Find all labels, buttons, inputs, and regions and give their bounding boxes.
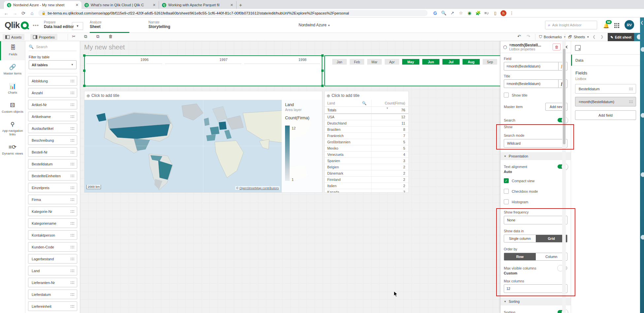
row-option[interactable]: Row	[504, 253, 536, 260]
data-field-item-selected[interactable]: =month(Bestelldatum)	[575, 97, 636, 106]
nav-analyze[interactable]: Analyze Sheet	[90, 19, 129, 33]
drag-handle-icon[interactable]	[629, 100, 633, 103]
rail-item-charts[interactable]: 📊 Charts	[0, 79, 25, 99]
selections-filter-icon[interactable]	[575, 45, 581, 51]
field-list-item[interactable]: Firma	[28, 195, 77, 204]
table-row[interactable]: Brasilien 8	[325, 127, 408, 133]
paste-icon[interactable]: ⧉	[96, 34, 99, 39]
histogram-checkbox[interactable]	[504, 199, 509, 204]
sheet-title[interactable]: My new sheet	[84, 43, 125, 51]
month-value[interactable]: May	[402, 59, 419, 65]
field-list-item[interactable]: Einzelpreis	[28, 183, 77, 192]
browser-menu-icon[interactable]: ⋮	[507, 11, 516, 15]
next-sheet-icon[interactable]: ❯	[600, 35, 603, 39]
rail-item-custom-objects[interactable]: ⚄ Custom objects	[0, 99, 25, 118]
resize-handle[interactable]	[321, 54, 324, 57]
side-panel-icon[interactable]: ▯	[491, 11, 499, 15]
new-tab-button[interactable]: ＋	[237, 1, 244, 9]
attribution-link[interactable]: OpenStreetMap contributors	[240, 186, 279, 190]
drag-handle-icon[interactable]	[70, 245, 75, 249]
more-dots-icon[interactable]: •••	[33, 22, 39, 28]
drag-handle-icon[interactable]	[70, 186, 75, 189]
table-row[interactable]: Italien 2	[325, 183, 408, 189]
extension-icon[interactable]: ◉	[465, 11, 474, 15]
field-list-item[interactable]: Abbildung	[28, 76, 77, 86]
field-list-item[interactable]: Anzahl	[28, 88, 77, 98]
drag-handle-icon[interactable]	[70, 162, 75, 166]
map-title-placeholder[interactable]: ⊕ Click to add title	[84, 91, 322, 100]
max-columns-input[interactable]: 12	[504, 284, 567, 293]
drag-handle-icon[interactable]	[629, 87, 633, 91]
nav-narrate[interactable]: Narrate Storytelling	[148, 19, 170, 33]
table-row[interactable]: Spanien 3	[325, 158, 408, 164]
add-field-button[interactable]: Add field	[575, 110, 636, 120]
data-field-item[interactable]: Bestelldatum	[575, 84, 636, 94]
search-mode-dropdown[interactable]: Wildcard ▼	[504, 139, 567, 148]
undo-icon[interactable]: ↶	[517, 34, 521, 39]
reload-icon[interactable]: ⟳	[19, 11, 28, 16]
table-row[interactable]: Belgien 2	[325, 164, 408, 170]
field-list-item[interactable]: Lagerbestand	[28, 254, 77, 264]
delete-icon[interactable]: 🗑	[109, 34, 113, 39]
field-list-item[interactable]: Bestell-Nr	[28, 147, 77, 157]
sheet-canvas[interactable]: My new sheet 1996 1997 1998	[80, 41, 500, 313]
redo-icon[interactable]: ↷	[527, 34, 530, 39]
field-list-item[interactable]: Lieferdatum	[28, 290, 77, 299]
tab-close-icon[interactable]: ✕	[153, 3, 156, 7]
field-list-item[interactable]: Kategoriename	[28, 218, 77, 228]
table-row[interactable]: Dänemark 2	[325, 170, 408, 177]
year-value[interactable]: 1998	[244, 58, 320, 64]
drag-handle-icon[interactable]	[70, 305, 75, 308]
sheets-button[interactable]: 🗗 Sheets ▼	[568, 35, 589, 39]
forward-icon[interactable]: →	[11, 11, 19, 16]
resize-handle[interactable]	[321, 85, 324, 87]
table-title-placeholder[interactable]: ⊕ Click to add title	[325, 91, 408, 100]
cut-icon[interactable]: ✂	[72, 34, 76, 39]
data-tab[interactable]: Data	[571, 55, 640, 66]
checkbox-mode-checkbox[interactable]	[504, 189, 509, 194]
drag-handle-icon[interactable]	[70, 103, 75, 106]
table-header-measure[interactable]: Count(Firma)	[371, 101, 408, 105]
browser-profile-avatar[interactable]: h	[500, 10, 506, 16]
share-icon[interactable]: ↗	[448, 11, 457, 15]
resize-handle[interactable]	[83, 85, 85, 87]
copy-icon[interactable]: ⧉	[84, 34, 87, 39]
drag-handle-icon[interactable]	[70, 269, 75, 272]
month-listbox[interactable]: Jan Feb Mar Apr May	[324, 55, 500, 86]
insight-advisor-search[interactable]: ⌕ Ask Insight Advisor	[545, 21, 597, 29]
rail-item-dynamic-views[interactable]: ≡⟳ Dynamic views	[0, 140, 25, 159]
table-row[interactable]: Deutschland 11	[325, 120, 408, 127]
drag-handle-icon[interactable]	[70, 281, 75, 284]
drag-handle-icon[interactable]	[70, 139, 75, 142]
browser-tab-1[interactable]: Q Nordwind Azure - My new sheet ✕	[4, 1, 81, 9]
home-icon[interactable]: ⌂	[28, 11, 36, 16]
resize-handle[interactable]	[83, 54, 85, 57]
field-list-item[interactable]: Kontaktperson	[28, 230, 77, 240]
drag-handle-icon[interactable]	[70, 115, 75, 118]
resize-handle[interactable]	[321, 70, 324, 72]
presentation-section-header[interactable]: ▼ Presentation	[500, 152, 571, 160]
field-list-item[interactable]: Liefereinheit	[28, 301, 77, 311]
country-table[interactable]: Land 🔍 Count(Firma) ▼ Totals 76 USA 12	[325, 100, 408, 192]
field-list-item[interactable]: Auslaufartikel	[28, 124, 77, 133]
field-list-item[interactable]: Kategorie-Nr	[28, 207, 77, 216]
nav-prepare[interactable]: Prepare Data load editor	[44, 19, 74, 33]
app-grid-icon[interactable]	[614, 23, 619, 28]
map-area[interactable]: Land Area layer Count(Firma) 12 1 2000 k…	[84, 100, 322, 192]
show-title-checkbox[interactable]	[504, 93, 509, 98]
field-list-item[interactable]: Kunden-Code	[28, 242, 77, 252]
column-search-icon[interactable]: 🔍	[362, 101, 367, 105]
show-title-row[interactable]: Show title	[504, 93, 567, 98]
field-list-item[interactable]: Artikelname	[28, 112, 77, 121]
drag-handle-icon[interactable]	[70, 210, 75, 213]
bookmark-star-icon[interactable]: ☆	[457, 11, 465, 15]
drag-handle-icon[interactable]	[70, 174, 75, 178]
zoom-icon[interactable]: 🔍	[439, 11, 448, 15]
bookmarks-button[interactable]: ⛉ Bookmarks ▼	[539, 35, 566, 39]
extensions-puzzle-icon[interactable]: 🧩	[474, 11, 482, 15]
sorting-section-header[interactable]: ▼ Sorting	[500, 298, 571, 305]
field-list-item[interactable]: Bestelldatum	[28, 159, 77, 169]
back-icon[interactable]: ←	[2, 11, 11, 16]
year-value[interactable]: 1997	[165, 58, 241, 64]
rail-item-app-navigation-links[interactable]: ⚲ App navigation links	[0, 118, 25, 141]
